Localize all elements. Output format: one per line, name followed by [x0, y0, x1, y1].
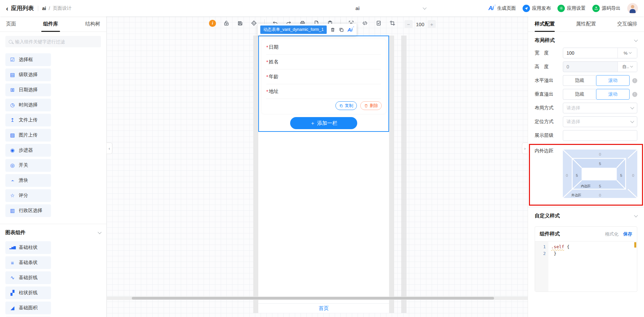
collapse-left-panel-button[interactable]: ‹	[107, 143, 112, 154]
component-item-checkbox[interactable]: ☑ 选择框	[5, 53, 51, 66]
component-item-slider[interactable]: -•- 滑块	[5, 174, 51, 187]
layout-style-section-header[interactable]: 布局样式	[528, 32, 644, 48]
copy-icon	[339, 104, 343, 108]
sidebar-tab-structure[interactable]: 结构树	[85, 16, 100, 32]
css-code-editor[interactable]: 1 2 .self { }	[535, 241, 637, 292]
canvas-horizontal-scrollbar[interactable]	[107, 297, 528, 300]
form-field-date[interactable]: * 日期	[266, 40, 381, 55]
layout-mode-select[interactable]: 请选择	[563, 103, 637, 113]
save-style-button[interactable]: 保存	[623, 231, 632, 237]
sidebar-tab-components[interactable]: 组件库	[43, 16, 58, 32]
crop-icon[interactable]	[389, 20, 396, 27]
phone-page[interactable]: * 日期 * 姓名 * 年龄 * 地址	[258, 36, 389, 313]
tab-props-config[interactable]: 属性配置	[576, 16, 596, 32]
component-item-cascade[interactable]: ▤ 级联选择	[5, 68, 51, 81]
component-item-bar-line-chart[interactable]: ▞ 柱状折线	[5, 286, 51, 299]
code-icon[interactable]	[362, 20, 368, 27]
source-export-button[interactable]: 源码导出	[592, 5, 621, 12]
v-overflow-hidden-option[interactable]: 隐藏	[563, 89, 596, 100]
form-field-address[interactable]: * 地址	[266, 84, 381, 99]
height-unit-select[interactable]: 自..	[618, 62, 637, 72]
user-avatar[interactable]	[627, 3, 638, 14]
duplicate-icon[interactable]	[339, 27, 344, 33]
area-chart-icon: ◢	[9, 305, 15, 311]
generate-page-button[interactable]: Ai↑ 生成页面	[488, 5, 516, 12]
trash-icon[interactable]	[330, 27, 335, 33]
height-input[interactable]	[563, 64, 618, 69]
page-selector[interactable]: ai	[292, 0, 426, 16]
back-icon: ‹	[6, 5, 8, 12]
zoom-out-button[interactable]: −	[405, 20, 413, 28]
selected-component-label: 动态表单_vant_dynamic_form_1	[260, 25, 327, 34]
star-icon: ☆	[9, 193, 15, 199]
width-unit-select[interactable]: %	[618, 48, 637, 58]
component-search[interactable]	[5, 36, 101, 47]
component-item-bar-chart[interactable]: ▂▅▇ 基础柱状	[5, 241, 51, 254]
position-mode-select[interactable]: 请选择	[563, 116, 637, 127]
doc-check-icon[interactable]	[375, 20, 382, 27]
format-button[interactable]: 格式化	[605, 231, 619, 237]
selected-dynamic-form[interactable]: * 日期 * 姓名 * 年龄 * 地址	[258, 36, 389, 132]
sidebar-tab-pages[interactable]: 页面	[6, 16, 16, 32]
component-item-date-picker[interactable]: ⊞ 日期选择	[5, 84, 51, 96]
breadcrumb-separator: /	[49, 6, 50, 11]
chart-group-header[interactable]: 图表组件	[0, 224, 106, 239]
z-level-input[interactable]	[563, 130, 637, 141]
plus-icon: ＋	[310, 120, 315, 126]
save-icon[interactable]	[237, 20, 244, 27]
component-item-rate[interactable]: ☆ 评分	[5, 189, 51, 202]
component-item-time-picker[interactable]: ◷ 时间选择	[5, 99, 51, 111]
component-item-district[interactable]: ▥ 行政区选择	[5, 204, 51, 217]
component-item-area-chart[interactable]: ◢ 基础面积	[5, 302, 51, 314]
v-overflow-scroll-option[interactable]: 滚动	[596, 89, 630, 100]
bar-line-chart-icon: ▞	[9, 290, 15, 296]
form-field-name[interactable]: * 姓名	[266, 55, 381, 69]
inspector-panel: 样式配置 属性配置 交互编排 布局样式 宽 度 % 高 度 自..	[528, 16, 644, 317]
slider-icon: -•-	[9, 178, 15, 182]
search-input[interactable]	[15, 39, 98, 44]
chart-component-grid: ▂▅▇ 基础柱状 ≡ 基础条状 ∿ 基础折线 ▞ 柱状折线 ◢ 基础面积 ◔ 基…	[0, 239, 106, 317]
app-publish-button[interactable]: 应用发布	[523, 5, 551, 12]
copy-row-button[interactable]: 复制	[335, 101, 357, 110]
delete-row-button[interactable]: 删除	[360, 101, 382, 110]
canvas-vertical-scrollbar[interactable]	[401, 36, 407, 313]
z-level-row: 展示层级	[528, 130, 644, 141]
component-item-hbar-chart[interactable]: ≡ 基础条状	[5, 256, 51, 269]
component-item-line-chart[interactable]: ∿ 基础折线	[5, 271, 51, 284]
height-row: 高 度 自..	[528, 61, 644, 72]
back-button[interactable]: ‹ 应用列表	[6, 4, 34, 12]
padding-label: 内边距	[581, 184, 591, 188]
component-item-switch[interactable]: ◎ 开关	[5, 159, 51, 172]
breadcrumb-app[interactable]: ai	[42, 6, 46, 11]
breadcrumb-page: 页面设计	[53, 5, 71, 11]
info-icon	[632, 92, 637, 97]
custom-style-section-header[interactable]: 自定义样式	[528, 207, 644, 223]
info-icon	[632, 78, 637, 83]
ai-edit-icon[interactable]: Ai↑	[347, 27, 354, 33]
line-chart-icon: ∿	[9, 275, 15, 281]
component-item-file-upload[interactable]: ↥ 文件上传	[5, 114, 51, 126]
design-canvas[interactable]: i	[107, 16, 528, 317]
box-model-diagram[interactable]: 0 0 0 0 5 5 5 5 内边距 外边距	[563, 147, 637, 201]
chevron-down-icon	[630, 105, 634, 109]
target-icon[interactable]	[251, 20, 257, 27]
h-overflow-scroll-option[interactable]: 滚动	[596, 75, 630, 86]
component-item-image-upload[interactable]: ▨ 图片上传	[5, 129, 51, 142]
zoom-in-button[interactable]: +	[428, 20, 436, 28]
app-settings-button[interactable]: 应用设置	[557, 5, 586, 12]
component-style-card: 组件样式 格式化 保存 1 2 .self { }	[535, 226, 637, 292]
add-row-button[interactable]: ＋ 添加一栏	[290, 117, 357, 129]
component-item-stepper[interactable]: ◉ 步进器	[5, 144, 51, 157]
tabbar-home[interactable]: 首页	[258, 303, 389, 313]
tab-interaction-config[interactable]: 交互编排	[617, 16, 637, 32]
selection-toolbar: 动态表单_vant_dynamic_form_1 Ai↑	[258, 24, 357, 36]
unlock-icon[interactable]	[223, 20, 230, 27]
tab-style-config[interactable]: 样式配置	[535, 16, 555, 32]
form-field-age[interactable]: * 年龄	[266, 69, 381, 84]
chevron-down-icon	[630, 119, 634, 123]
checkbox-icon: ☑	[9, 57, 15, 63]
width-input[interactable]	[563, 50, 618, 56]
h-overflow-hidden-option[interactable]: 隐藏	[563, 75, 596, 86]
info-icon[interactable]: i	[209, 20, 216, 27]
collapse-right-panel-button[interactable]: ›	[522, 143, 528, 154]
